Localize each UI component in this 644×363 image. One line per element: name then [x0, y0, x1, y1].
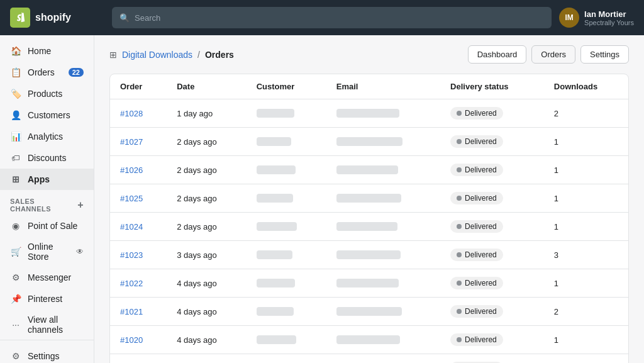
customer-blurred-8 — [257, 335, 296, 344]
delivery-badge-5: Delivered — [450, 249, 503, 261]
cell-status-7: Delivered — [440, 298, 544, 326]
table-row: #1028 1 day ago Delivered 2 — [110, 99, 628, 128]
sidebar-item-products[interactable]: 🏷️ Products — [0, 83, 94, 104]
orders-button[interactable]: Orders — [531, 45, 575, 64]
delivery-dot-7 — [457, 309, 462, 314]
apps-icon: ⊞ — [10, 174, 21, 185]
col-customer: Customer — [247, 74, 326, 99]
logo[interactable]: shopify — [10, 8, 104, 28]
email-blurred-1 — [336, 137, 402, 146]
order-link-8[interactable]: #1020 — [120, 335, 143, 345]
orders-icon: 📋 — [10, 67, 21, 78]
sidebar: 🏠 Home 📋 Orders 22 🏷️ Products 👤 Custome… — [0, 35, 94, 363]
online-store-toggle[interactable]: 👁 — [76, 247, 84, 256]
discounts-icon: 🏷 — [10, 152, 21, 164]
order-link-0[interactable]: #1028 — [120, 109, 143, 118]
order-link-5[interactable]: #1023 — [120, 250, 143, 260]
sidebar-item-settings[interactable]: ⚙ Settings — [0, 345, 94, 363]
sidebar-item-analytics[interactable]: 📊 Analytics — [0, 126, 94, 147]
email-blurred-4 — [336, 222, 397, 231]
delivery-label-8: Delivered — [465, 335, 497, 344]
sidebar-item-pinterest[interactable]: 📌 Pinterest — [0, 288, 94, 310]
col-delivery-status: Delivery status — [440, 74, 544, 99]
delivery-dot-5 — [457, 252, 462, 257]
customer-blurred-1 — [257, 137, 291, 146]
sidebar-item-discounts[interactable]: 🏷 Discounts — [0, 147, 94, 169]
orders-table: Order Date Customer Email Delivery statu… — [110, 74, 628, 363]
svg-rect-0 — [10, 8, 30, 28]
cell-order-2: #1026 — [110, 156, 167, 184]
cell-order-9: #1019 — [110, 354, 167, 364]
sidebar-item-customers[interactable]: 👤 Customers — [0, 104, 94, 126]
user-name: Ian Mortier — [584, 9, 634, 19]
order-link-7[interactable]: #1021 — [120, 307, 143, 316]
sales-channels-label: SALES CHANNELS — [10, 198, 77, 213]
cell-email-4 — [326, 213, 440, 241]
sales-channels-header: SALES CHANNELS + — [0, 190, 94, 215]
delivery-label-7: Delivered — [465, 307, 497, 316]
dashboard-button[interactable]: Dashboard — [468, 45, 527, 64]
sidebar-item-apps[interactable]: ⊞ Apps — [0, 169, 94, 190]
shopify-logo-icon — [10, 8, 30, 28]
analytics-icon: 📊 — [10, 131, 21, 142]
cell-customer-7 — [247, 298, 326, 326]
table-row: #1025 2 days ago Delivered 1 — [110, 184, 628, 213]
user-info[interactable]: IM Ian Mortier Spectrally Yours — [559, 8, 634, 28]
add-channel-icon[interactable]: + — [77, 199, 84, 211]
search-icon: 🔍 — [119, 13, 130, 23]
customer-blurred-2 — [257, 165, 296, 174]
search-bar[interactable]: 🔍 Search — [112, 7, 552, 28]
avatar: IM — [559, 8, 579, 28]
sidebar-item-pos[interactable]: ◉ Point of Sale — [0, 215, 94, 237]
cell-customer-6 — [247, 269, 326, 298]
email-blurred-2 — [336, 165, 398, 174]
cell-date-6: 4 days ago — [167, 269, 247, 298]
cell-order-4: #1024 — [110, 213, 167, 241]
orders-table-card: Order Date Customer Email Delivery statu… — [109, 74, 629, 363]
table-row: #1020 4 days ago Delivered 1 — [110, 326, 628, 354]
products-icon: 🏷️ — [10, 88, 21, 99]
cell-order-0: #1028 — [110, 99, 167, 128]
delivery-badge-2: Delivered — [450, 164, 503, 176]
sidebar-item-products-label: Products — [28, 89, 62, 99]
cell-downloads-9: 1 — [544, 354, 628, 364]
delivery-label-6: Delivered — [465, 279, 497, 288]
cell-email-1 — [326, 128, 440, 156]
sidebar-item-online-store[interactable]: 🛒 Online Store 👁 — [0, 237, 94, 267]
order-link-6[interactable]: #1022 — [120, 279, 143, 288]
delivery-badge-1: Delivered — [450, 135, 503, 148]
action-buttons: Dashboard Orders Settings — [468, 45, 629, 64]
table-row: #1022 4 days ago Delivered 1 — [110, 269, 628, 298]
order-link-1[interactable]: #1027 — [120, 137, 143, 147]
avatar-initials: IM — [565, 13, 573, 22]
sidebar-item-messenger-label: Messenger — [28, 272, 71, 282]
breadcrumb-bar: ⊞ Digital Downloads / Orders Dashboard O… — [109, 45, 629, 64]
delivery-dot-1 — [457, 139, 462, 144]
order-link-3[interactable]: #1025 — [120, 194, 143, 203]
cell-customer-0 — [247, 99, 326, 128]
cell-email-9 — [326, 354, 440, 364]
col-date: Date — [167, 74, 247, 99]
cell-customer-3 — [247, 184, 326, 213]
sidebar-item-orders[interactable]: 📋 Orders 22 — [0, 62, 94, 83]
cell-email-5 — [326, 241, 440, 269]
sidebar-item-home[interactable]: 🏠 Home — [0, 40, 94, 62]
cell-date-3: 2 days ago — [167, 184, 247, 213]
delivery-label-0: Delivered — [465, 109, 497, 118]
delivery-badge-0: Delivered — [450, 107, 503, 120]
email-blurred-7 — [336, 307, 402, 316]
delivery-badge-3: Delivered — [450, 192, 503, 204]
top-navigation: shopify 🔍 Search IM Ian Mortier Spectral… — [0, 0, 644, 35]
order-link-4[interactable]: #1024 — [120, 222, 143, 232]
cell-customer-8 — [247, 326, 326, 354]
cell-downloads-8: 1 — [544, 326, 628, 354]
sidebar-item-messenger[interactable]: ⚙ Messenger — [0, 267, 94, 288]
breadcrumb-link[interactable]: Digital Downloads — [122, 50, 192, 60]
delivery-label-3: Delivered — [465, 194, 497, 203]
sidebar-item-view-all-channels[interactable]: ··· View all channels — [0, 310, 94, 340]
order-link-2[interactable]: #1026 — [120, 165, 143, 175]
email-blurred-6 — [336, 279, 399, 288]
email-blurred-8 — [336, 335, 400, 344]
settings-button[interactable]: Settings — [580, 45, 629, 64]
view-all-channels-label: View all channels — [28, 315, 84, 335]
